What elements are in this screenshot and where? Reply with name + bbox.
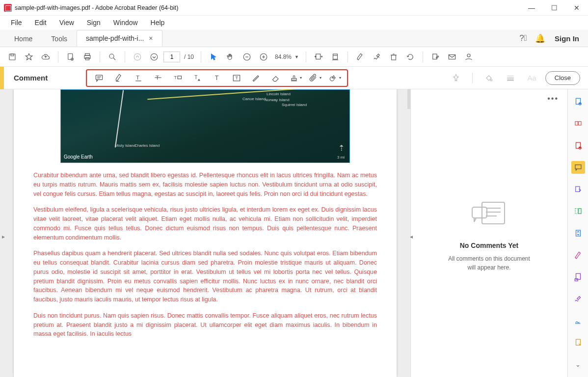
svg-text:T: T bbox=[236, 76, 239, 81]
tab-tools[interactable]: Tools bbox=[42, 30, 77, 47]
hand-icon[interactable] bbox=[223, 50, 238, 64]
body-paragraph: Vestibulum eleifend, ligula a scelerisqu… bbox=[33, 205, 377, 242]
svg-line-9 bbox=[113, 58, 115, 60]
sticky-note-icon[interactable] bbox=[91, 71, 107, 85]
svg-point-10 bbox=[134, 54, 141, 60]
menu-file[interactable]: File bbox=[5, 17, 28, 28]
body-paragraph: Duis non tincidunt purus. Nam quis sapie… bbox=[33, 311, 377, 339]
insert-text-icon[interactable]: T bbox=[189, 71, 206, 85]
svg-rect-7 bbox=[85, 57, 89, 60]
rail-share-icon[interactable] bbox=[571, 183, 585, 196]
svg-rect-27 bbox=[96, 75, 102, 80]
search-icon[interactable] bbox=[105, 50, 120, 64]
sign-icon[interactable] bbox=[370, 50, 384, 64]
rotate-icon[interactable] bbox=[403, 50, 418, 64]
rail-fill-sign-icon[interactable] bbox=[571, 292, 585, 305]
svg-rect-57 bbox=[578, 121, 581, 125]
maximize-button[interactable]: ☐ bbox=[543, 0, 565, 16]
menu-view[interactable]: View bbox=[53, 17, 80, 28]
rail-sign-icon[interactable] bbox=[571, 248, 585, 262]
close-window-button[interactable]: ✕ bbox=[565, 0, 588, 16]
delete-icon[interactable] bbox=[386, 50, 401, 64]
svg-point-43 bbox=[330, 77, 334, 81]
shapes-icon[interactable]: ▾ bbox=[326, 71, 343, 85]
page-number-input[interactable] bbox=[163, 52, 180, 62]
no-comments-subtitle: All comments on this documentwill appear… bbox=[448, 254, 530, 272]
rail-expand-icon[interactable]: ⌄ bbox=[571, 358, 585, 371]
edit-pdf-icon[interactable] bbox=[428, 50, 443, 64]
pin-icon[interactable] bbox=[448, 71, 464, 85]
svg-marker-2 bbox=[26, 54, 32, 60]
attachment-icon[interactable]: ▾ bbox=[307, 71, 323, 85]
help-icon[interactable]: ?⃝ bbox=[518, 33, 528, 43]
share-people-icon[interactable] bbox=[461, 50, 476, 64]
svg-rect-41 bbox=[292, 78, 296, 80]
page-up-icon[interactable] bbox=[130, 50, 145, 64]
text-box-icon[interactable]: T bbox=[228, 71, 245, 85]
menu-help[interactable]: Help bbox=[145, 17, 171, 28]
rail-export-icon[interactable] bbox=[571, 270, 585, 284]
stamp-icon[interactable]: ▾ bbox=[287, 71, 304, 85]
svg-rect-18 bbox=[333, 54, 337, 59]
link-page-icon[interactable] bbox=[63, 50, 78, 64]
svg-rect-3 bbox=[68, 54, 73, 59]
eraser-icon[interactable] bbox=[267, 71, 284, 85]
document-pane[interactable]: Google Earth Lincoln Island Canoe Island… bbox=[0, 89, 410, 377]
strikethrough-icon[interactable]: T bbox=[150, 71, 166, 85]
rail-protect-icon[interactable] bbox=[571, 314, 585, 327]
svg-rect-25 bbox=[449, 54, 455, 59]
rail-organize-icon[interactable] bbox=[571, 205, 585, 218]
sign-in-button[interactable]: Sign In bbox=[552, 34, 582, 43]
window-title: sample-pdf-with-images.pdf - Adobe Acrob… bbox=[15, 4, 520, 11]
rail-edit-pdf-icon[interactable]: + bbox=[571, 139, 585, 152]
rail-comment-icon[interactable] bbox=[571, 161, 585, 174]
minimize-button[interactable]: — bbox=[520, 0, 543, 16]
add-text-icon[interactable]: T bbox=[209, 71, 225, 85]
page-down-icon[interactable] bbox=[147, 50, 161, 64]
menu-sign[interactable]: Sign bbox=[81, 17, 107, 28]
map-image: Google Earth Lincoln Island Canoe Island… bbox=[60, 89, 350, 163]
rail-create-pdf-icon[interactable]: + bbox=[571, 95, 585, 108]
comment-toolbar: Comment T T T T T T ▾ ▾ ▾ Aa Close bbox=[0, 67, 588, 89]
print-icon[interactable] bbox=[80, 50, 95, 64]
menu-window[interactable]: Window bbox=[107, 17, 144, 28]
svg-text:+: + bbox=[579, 146, 581, 149]
map-source: Google Earth bbox=[64, 154, 93, 160]
close-panel-button[interactable]: Close bbox=[545, 71, 580, 85]
underline-text-icon[interactable]: T bbox=[130, 71, 147, 85]
replace-text-icon[interactable]: T bbox=[169, 71, 186, 85]
tab-close-icon[interactable]: × bbox=[149, 34, 153, 42]
rail-compress-icon[interactable] bbox=[571, 227, 585, 240]
svg-text:T: T bbox=[136, 74, 139, 81]
no-comments-illustration bbox=[467, 196, 511, 231]
svg-rect-21 bbox=[391, 55, 396, 60]
menu-edit[interactable]: Edit bbox=[29, 17, 53, 28]
content-area: Google Earth Lincoln Island Canoe Island… bbox=[0, 89, 588, 377]
zoom-in-icon[interactable] bbox=[256, 50, 271, 64]
zoom-out-icon[interactable] bbox=[240, 50, 254, 64]
pointer-icon[interactable] bbox=[206, 50, 221, 64]
highlight-text-icon[interactable] bbox=[110, 71, 127, 85]
highlight-icon[interactable] bbox=[353, 50, 368, 64]
rail-combine-icon[interactable] bbox=[571, 117, 585, 131]
fit-width-icon[interactable] bbox=[311, 50, 326, 64]
panel-menu-icon[interactable]: ••• bbox=[547, 94, 559, 103]
svg-rect-61 bbox=[575, 165, 581, 169]
svg-rect-0 bbox=[9, 54, 15, 60]
font-icon[interactable]: Aa bbox=[524, 71, 540, 85]
fit-page-icon[interactable] bbox=[328, 50, 343, 64]
mail-icon[interactable] bbox=[445, 50, 459, 64]
bell-icon[interactable]: 🔔 bbox=[535, 33, 545, 43]
line-weight-icon[interactable] bbox=[502, 71, 519, 85]
save-icon[interactable] bbox=[5, 50, 20, 64]
title-bar: sample-pdf-with-images.pdf - Adobe Acrob… bbox=[0, 0, 588, 16]
rail-more-icon[interactable] bbox=[571, 336, 585, 350]
pencil-icon[interactable] bbox=[248, 71, 265, 85]
zoom-level-dropdown[interactable]: 84.8%▼ bbox=[273, 54, 301, 60]
tab-home[interactable]: Home bbox=[5, 30, 42, 47]
star-icon[interactable] bbox=[22, 50, 36, 64]
svg-rect-67 bbox=[575, 279, 578, 281]
fill-color-icon[interactable] bbox=[481, 71, 497, 85]
tab-document[interactable]: sample-pdf-with-i... × bbox=[77, 30, 162, 47]
cloud-upload-icon[interactable] bbox=[38, 50, 53, 64]
